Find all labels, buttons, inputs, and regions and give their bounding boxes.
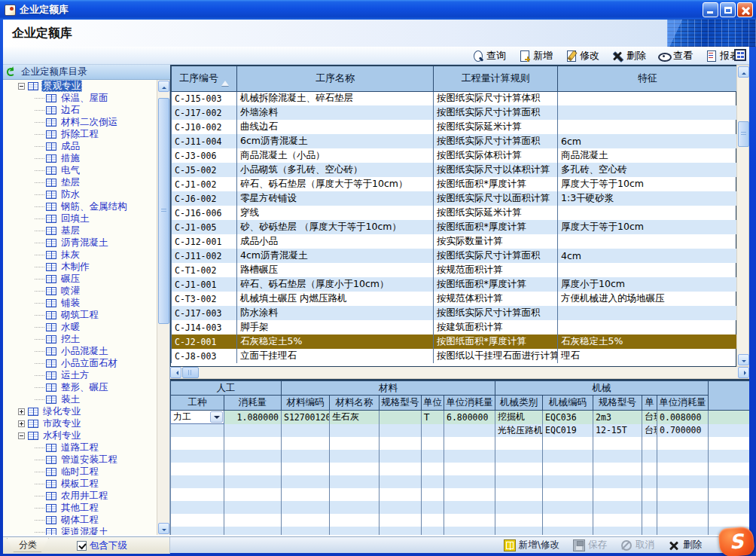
column-header-material-name[interactable]: 材料名称 [330,396,380,411]
checkbox-checked-icon[interactable] [77,541,87,551]
minimize-button[interactable] [703,2,718,17]
tree-item[interactable]: 砌筑工程 [3,309,157,321]
column-header-name[interactable]: 工序名称 [237,66,434,91]
table-row[interactable]: C-J12-001 成品小品 按实际数量计算 [172,234,738,249]
process-table-scrollbar[interactable] [736,65,749,367]
tree-item[interactable]: 砌体工程 [3,514,157,526]
scroll-right-button[interactable] [738,367,749,378]
scroll-thumb[interactable] [182,367,199,378]
statusbar-button[interactable]: 取消 [615,539,660,551]
resource-row[interactable] [171,450,750,463]
tree-item[interactable]: 沥青混凝土 [3,237,157,249]
tree-item[interactable]: 模板工程 [3,478,157,490]
table-row[interactable]: C-J1-005 砂、砂砾垫层 （厚度大于等于10cm） 按图纸面积*厚度计算 … [172,220,738,234]
tree-item[interactable]: 拆除工程 [3,128,157,140]
table-row[interactable]: C-J17-002 外墙涂料 按图纸实际尺寸计算面积 [172,105,738,120]
column-header-material-unit-consumption[interactable]: 单位消耗量 [444,396,495,411]
scroll-thumb[interactable] [738,121,749,147]
tree-item[interactable]: 水利专业 [3,429,157,441]
table-row[interactable]: C-T1-002 路槽碾压 按规范面积计算 [172,263,738,277]
tree-item[interactable]: 小品混凝土 [3,345,157,357]
table-row[interactable]: C-J5-002 小品砌筑（多孔砖、空心砖） 按图纸实际尺寸以体积计算 多孔砖、… [172,163,738,177]
resource-row[interactable] [171,437,750,450]
statusbar-button[interactable]: 删除 [663,539,707,551]
tree-item[interactable]: 装土 [3,393,157,405]
table-row[interactable]: C-T3-002 机械填土碾压 内燃压路机 按规范体积计算 方便机械进入的场地碾… [172,292,738,306]
table-row[interactable]: C-J1-002 碎石、砾石垫层（厚度大于等于10cm） 按图纸面积*厚度计算 … [172,177,738,191]
table-row[interactable]: C-J11-002 4cm沥青混凝土 按图纸实际尺寸计算面积 4cm [172,249,738,263]
cell-worker-type[interactable]: 力工 [171,411,224,424]
tree-item[interactable]: 垫层 [3,176,157,188]
column-header-machine-type[interactable]: 机械类别 [495,396,543,411]
cell-worker-type[interactable] [171,463,224,475]
cell-worker-type[interactable] [171,424,224,437]
cell-worker-type[interactable] [171,501,224,514]
statusbar-button[interactable]: 保存 [568,539,612,551]
column-header-feature[interactable]: 特征 [558,66,738,91]
cell-worker-type[interactable] [171,488,224,501]
cell-worker-type[interactable] [171,450,224,463]
tree-item[interactable]: 防水 [3,188,157,200]
table-row[interactable]: C-J1-001 碎石、砾石垫层（厚度小于10cm） 按图纸面积*厚度计算 厚度… [172,277,738,292]
resource-row[interactable] [171,501,750,514]
table-row[interactable]: C-J3-006 商品混凝土（小品） 按图纸实际体积计算 商品混凝土 [172,148,738,163]
resource-row[interactable] [171,514,750,527]
tree-expander[interactable] [18,408,25,415]
table-row[interactable]: C-J2-001 石灰稳定土5% 按图纸面积*厚度计算 石灰稳定土5% [172,335,738,349]
titlebar[interactable]: 企业定额库 [0,0,756,20]
scroll-thumb[interactable] [158,98,169,324]
tree-item[interactable]: 小品立面石材 [3,357,157,369]
tree-item[interactable]: 保温、屋面 [3,92,157,104]
table-row[interactable]: C-J15-003 机械拆除混凝土、碎石垫层 按图纸实际尺寸计算体积 [172,91,738,105]
close-button[interactable] [737,2,753,17]
ime-badge[interactable]: S [718,526,754,556]
tree-scrollbar[interactable] [157,80,169,535]
tree-item[interactable]: 基层 [3,225,157,237]
table-row[interactable]: C-J10-002 曲线边石 按图纸实际延米计算 [172,120,738,134]
resource-row[interactable]: 光轮压路机 EQC019 12-15T 台班 0.700000 [171,424,750,437]
cell-worker-type[interactable] [171,475,224,488]
tree-item[interactable]: 景观专业 [3,80,157,92]
column-header-worker-type[interactable]: 工种 [171,396,224,411]
column-header-material-spec[interactable]: 规格型号 [380,396,422,411]
tree-item[interactable]: 绿化专业 [3,405,157,417]
include-sublevel-option[interactable]: 包含下级 [77,539,127,552]
column-header-machine-code[interactable]: 机械编码 [543,396,593,411]
toolbar-grid-button[interactable] [734,49,746,63]
tree-item[interactable]: 临时工程 [3,466,157,478]
toolbar-button[interactable]: 新增 [513,48,558,63]
column-header-rule[interactable]: 工程量计算规则 [434,66,558,91]
toolbar-button[interactable]: 删除 [606,48,651,63]
column-header-consumption[interactable]: 消耗量 [224,396,282,411]
tree-item[interactable]: 水暖 [3,321,157,333]
tree-item[interactable]: 边石 [3,104,157,116]
table-row[interactable]: C-J17-003 防水涂料 按图纸实际尺寸计算面积 [172,306,738,320]
column-header-code[interactable]: 工序编号 [172,66,237,91]
tree-item[interactable]: 喷灌 [3,285,157,297]
statusbar-button[interactable]: 新增\修改 [498,539,565,551]
cell-worker-type[interactable] [171,527,224,536]
scroll-down-button[interactable] [158,523,169,534]
refresh-icon[interactable] [7,68,15,76]
scroll-up-button[interactable] [738,66,749,78]
tree-item[interactable]: 电气 [3,164,157,176]
tree-expander[interactable] [18,83,25,90]
column-header-material-code[interactable]: 材料编码 [282,396,330,411]
tree-item[interactable]: 其他工程 [3,502,157,514]
resource-row[interactable] [171,463,750,475]
tree-item[interactable]: 成品 [3,140,157,152]
scroll-down-button[interactable] [738,354,749,365]
resource-row[interactable] [171,527,750,536]
resource-row[interactable] [171,475,750,488]
tree-item[interactable]: 道路工程 [3,441,157,454]
process-table-hscrollbar[interactable] [170,367,749,379]
table-row[interactable]: C-J14-003 脚手架 按建筑面积计算 [172,320,738,335]
scroll-up-button[interactable] [158,81,169,92]
tree-item[interactable]: 铺装 [3,297,157,309]
cell-worker-type[interactable] [171,514,224,527]
tree-item[interactable]: 市政专业 [3,417,157,429]
toolbar-button[interactable]: 查看 [653,48,698,63]
tree-expander[interactable] [18,420,25,427]
tab-category[interactable]: 分类 [7,538,49,552]
tree-item[interactable]: 运土方 [3,369,157,381]
